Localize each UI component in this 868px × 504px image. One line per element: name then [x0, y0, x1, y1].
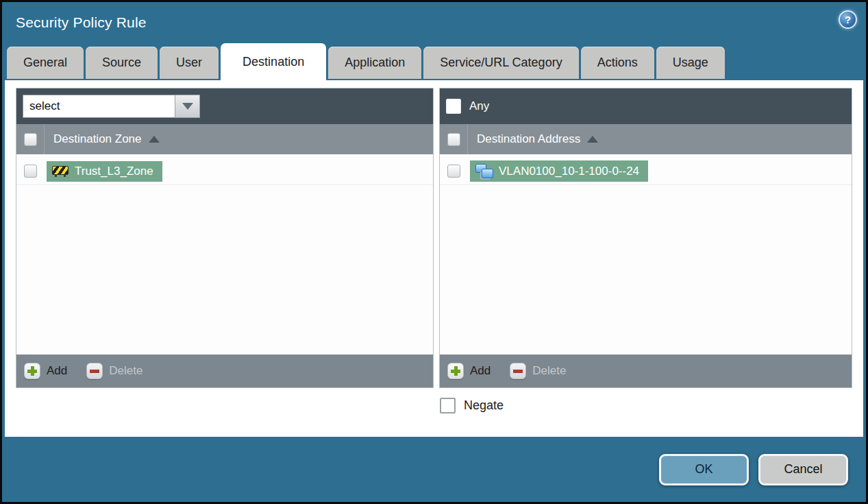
address-list-body: VLAN0100_10-1-100-0--24	[440, 154, 852, 355]
address-add-label: Add	[470, 364, 491, 378]
zone-icon	[52, 166, 69, 175]
tab-source[interactable]: Source	[86, 47, 158, 79]
tab-actions[interactable]: Actions	[581, 47, 654, 79]
address-add-button[interactable]: Add	[447, 363, 491, 379]
panels-container: Destination Zone Trust_L3_Zone	[5, 80, 863, 388]
plus-icon	[447, 363, 464, 379]
any-checkbox[interactable]	[446, 99, 461, 114]
dialog-titlebar: Security Policy Rule ?	[2, 2, 866, 43]
negate-row: Negate	[440, 398, 863, 413]
zone-select-dropdown-button[interactable]	[175, 95, 200, 118]
address-item-vlan0100[interactable]: VLAN0100_10-1-100-0--24	[470, 160, 648, 182]
address-row: VLAN0100_10-1-100-0--24	[440, 158, 852, 185]
address-select-all-checkbox[interactable]	[447, 133, 460, 146]
chevron-down-icon	[182, 103, 193, 110]
security-policy-rule-dialog: Security Policy Rule ? General Source Us…	[0, 0, 868, 504]
address-item-label: VLAN0100_10-1-100-0--24	[499, 165, 639, 178]
help-icon[interactable]: ?	[839, 10, 857, 29]
tab-bar: General Source User Destination Applicat…	[2, 43, 866, 80]
address-column-label-cell[interactable]: Destination Address	[467, 124, 598, 154]
tab-general[interactable]: General	[7, 47, 84, 79]
network-computers-icon	[475, 164, 493, 178]
plus-icon	[24, 363, 40, 379]
address-header-checkbox-cell	[440, 133, 467, 146]
address-column-header: Destination Address	[440, 124, 852, 154]
zone-header-checkbox-cell	[16, 133, 44, 146]
zone-footer: Add Delete	[16, 355, 433, 387]
destination-zone-panel: Destination Zone Trust_L3_Zone	[16, 88, 434, 388]
zone-column-label: Destination Zone	[53, 132, 142, 146]
tab-service-url-category[interactable]: Service/URL Category	[423, 47, 578, 79]
tab-usage[interactable]: Usage	[656, 47, 725, 79]
zone-list-body: Trust_L3_Zone	[16, 154, 433, 355]
any-label: Any	[469, 99, 489, 113]
zone-row-checkbox[interactable]	[24, 165, 37, 178]
negate-checkbox[interactable]	[440, 398, 456, 413]
minus-icon	[86, 363, 103, 379]
zone-delete-label: Delete	[109, 364, 142, 378]
dialog-title: Security Policy Rule	[16, 14, 147, 31]
address-toolbar: Any	[440, 88, 852, 124]
ok-button[interactable]: OK	[659, 454, 749, 485]
zone-item-trust-l3-zone[interactable]: Trust_L3_Zone	[47, 161, 162, 182]
zone-toolbar	[16, 88, 433, 124]
address-footer: Add Delete	[440, 355, 852, 387]
zone-column-label-cell[interactable]: Destination Zone	[44, 124, 160, 154]
zone-select-combo	[23, 95, 200, 118]
destination-address-panel: Any Destination Address	[439, 88, 852, 388]
address-row-checkbox-cell	[440, 165, 467, 178]
cancel-button[interactable]: Cancel	[758, 454, 848, 485]
zone-delete-button[interactable]: Delete	[86, 363, 142, 379]
dialog-button-bar: OK Cancel	[2, 437, 866, 502]
tab-application[interactable]: Application	[328, 47, 421, 79]
zone-add-label: Add	[47, 364, 67, 378]
zone-add-button[interactable]: Add	[24, 363, 67, 379]
zone-item-label: Trust_L3_Zone	[75, 165, 153, 178]
address-delete-button[interactable]: Delete	[510, 363, 566, 379]
tab-user[interactable]: User	[160, 47, 219, 79]
zone-select-input[interactable]	[23, 95, 175, 118]
zone-row: Trust_L3_Zone	[16, 158, 433, 185]
address-row-checkbox[interactable]	[447, 165, 460, 178]
sort-ascending-icon	[587, 136, 598, 143]
zone-row-checkbox-cell	[16, 165, 44, 178]
sort-ascending-icon	[149, 136, 160, 143]
zone-select-all-checkbox[interactable]	[24, 133, 37, 146]
zone-column-header: Destination Zone	[16, 124, 433, 154]
address-column-label: Destination Address	[477, 132, 580, 146]
address-delete-label: Delete	[532, 364, 566, 378]
minus-icon	[510, 363, 526, 379]
tab-destination[interactable]: Destination	[221, 43, 326, 80]
destination-tab-content: Destination Zone Trust_L3_Zone	[5, 80, 863, 437]
negate-label: Negate	[464, 398, 504, 413]
